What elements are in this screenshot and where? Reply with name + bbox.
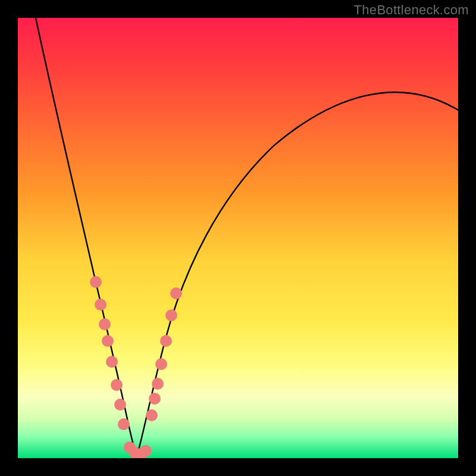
marker [170, 287, 182, 299]
marker [140, 445, 152, 457]
marker [106, 356, 118, 368]
marker [111, 379, 123, 391]
marker [155, 358, 167, 370]
left-curve [36, 18, 137, 456]
marker [149, 393, 161, 405]
right-curve [137, 92, 458, 456]
marker [146, 409, 158, 421]
marker [152, 378, 164, 390]
marker [90, 276, 102, 288]
marker [165, 309, 177, 321]
marker [114, 399, 126, 411]
curve-layer [18, 18, 458, 458]
marker [118, 418, 130, 430]
chart-frame: TheBottleneck.com [0, 0, 476, 476]
marker [95, 299, 107, 311]
marker [160, 335, 172, 347]
marker [102, 335, 114, 347]
marker [99, 318, 111, 330]
marker-group [90, 276, 182, 458]
plot-area [18, 18, 458, 458]
watermark-text: TheBottleneck.com [354, 2, 469, 18]
